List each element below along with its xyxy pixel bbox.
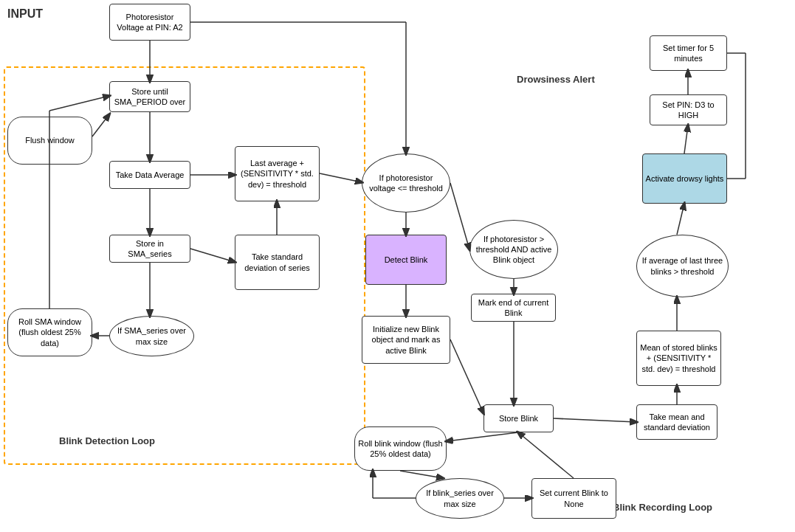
set-pin-node: Set PIN: D3 to HIGH xyxy=(650,94,727,125)
detect-blink-node: Detect Blink xyxy=(365,235,447,285)
svg-line-20 xyxy=(450,339,483,413)
svg-line-33 xyxy=(518,432,574,478)
svg-line-31 xyxy=(400,471,443,478)
svg-line-30 xyxy=(447,432,518,441)
set-current-blink-node: Set current Blink to None xyxy=(531,478,616,519)
svg-line-24 xyxy=(677,204,684,235)
svg-line-21 xyxy=(554,418,636,422)
activate-drowsy-node: Activate drowsy lights xyxy=(642,153,727,204)
photoresistor-node: Photoresistor Voltage at PIN: A2 xyxy=(109,4,190,41)
if-photoresistor-threshold-node: If photoresistor voltage <= threshold xyxy=(362,153,450,213)
take-std-dev-node: Take standard deviation of series xyxy=(235,235,320,290)
store-blink-node: Store Blink xyxy=(483,404,554,432)
initialize-blink-node: Initialize new Blink object and mark as … xyxy=(362,316,450,364)
blink-recording-loop-label: Blink Recording Loop xyxy=(613,502,712,513)
if-photoresistor-active-node: If photoresistor > threshold AND active … xyxy=(469,220,558,279)
flush-window-node: Flush window xyxy=(7,117,92,165)
svg-line-25 xyxy=(684,125,688,153)
roll-sma-window-node: Roll SMA window (flush oldest 25% data) xyxy=(7,308,92,356)
drowsiness-alert-label: Drowsiness Alert xyxy=(517,74,595,85)
if-average-blinks-node: If average of last three blinks > thresh… xyxy=(636,235,729,297)
last-average-node: Last average + (SENSITIVITY * std. dev) … xyxy=(235,146,320,201)
mark-end-node: Mark end of current Blink xyxy=(471,294,556,322)
store-until-node: Store until SMA_PERIOD over xyxy=(109,81,190,112)
diagram: INPUT Blink Detection Loop Drowsiness Al… xyxy=(0,0,795,532)
mean-stored-node: Mean of stored blinks + (SENSITIVITY * s… xyxy=(636,331,721,386)
roll-blink-window-node: Roll blink window (flush 25% oldest data… xyxy=(354,426,447,471)
take-mean-std-node: Take mean and standard deviation xyxy=(636,404,717,440)
input-label: INPUT xyxy=(7,7,43,21)
take-data-average-node: Take Data Average xyxy=(109,161,190,189)
set-timer-node: Set timer for 5 minutes xyxy=(650,35,727,71)
if-sma-series-node: If SMA_series over max size xyxy=(109,316,194,356)
if-blink-series-node: If blink_series over max size xyxy=(416,478,504,519)
store-sma-node: Store in SMA_series xyxy=(109,235,190,263)
svg-line-16 xyxy=(450,183,469,249)
